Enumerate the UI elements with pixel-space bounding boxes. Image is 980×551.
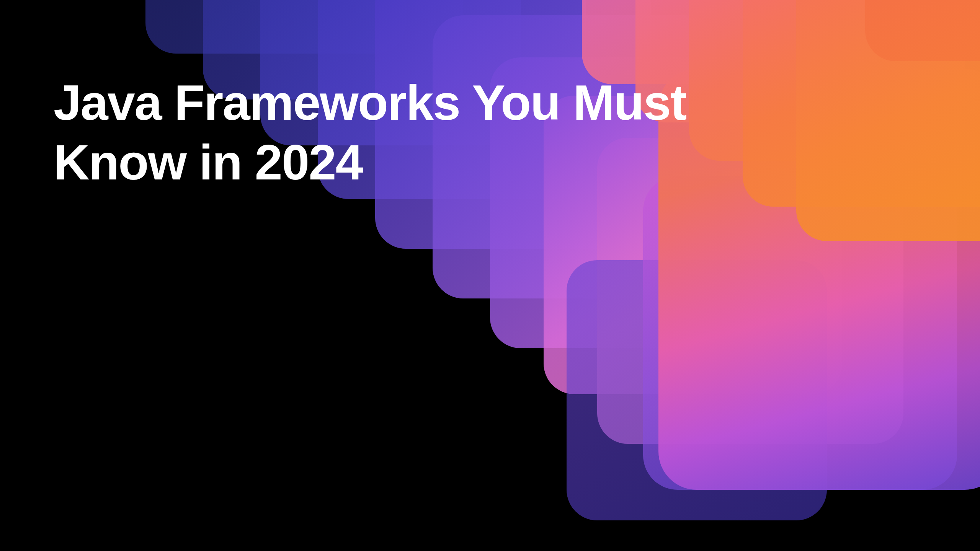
gradient-square bbox=[865, 0, 980, 61]
title-line: Java Frameworks You Must bbox=[54, 75, 686, 130]
page-title: Java Frameworks You Must Know in 2024 bbox=[54, 73, 686, 192]
title-line: Know in 2024 bbox=[54, 134, 363, 190]
